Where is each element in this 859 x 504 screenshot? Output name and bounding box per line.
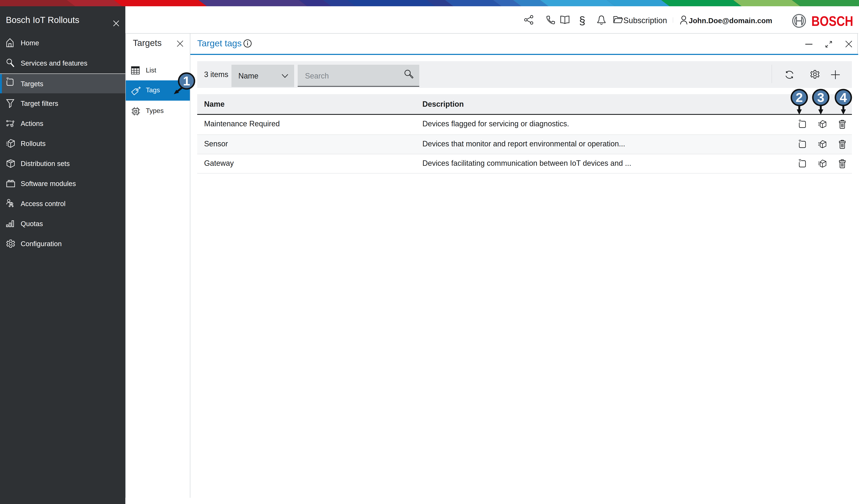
svg-text:2: 2	[796, 90, 803, 105]
svg-text:3: 3	[817, 90, 824, 105]
svg-text:1: 1	[183, 74, 190, 88]
svg-text:4: 4	[840, 90, 847, 105]
